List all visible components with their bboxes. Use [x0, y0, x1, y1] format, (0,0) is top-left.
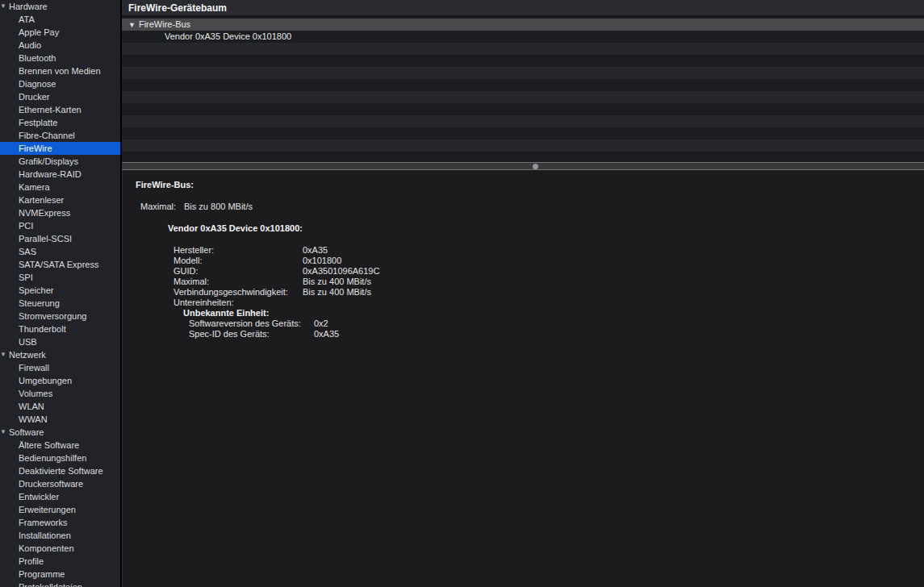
sidebar-item-deaktivierte-software[interactable]: Deaktivierte Software [0, 464, 120, 477]
sidebar-item-installationen[interactable]: Installationen [0, 529, 120, 542]
tree-empty-row [122, 103, 924, 115]
sidebar-item-steuerung[interactable]: Steuerung [0, 297, 120, 310]
sidebar-item-aeltere-software[interactable]: Ältere Software [0, 439, 120, 452]
detail-value: Bis zu 400 MBit/s [303, 277, 371, 287]
disclosure-triangle-icon[interactable]: ▼ [0, 0, 6, 13]
sidebar-item-ethernet-karten[interactable]: Ethernet-Karten [0, 103, 120, 116]
sidebar-item-thunderbolt[interactable]: Thunderbolt [0, 323, 120, 335]
detail-row: Untereinheiten: [174, 298, 379, 308]
detail-label: Softwareversion des Geräts: [189, 318, 314, 329]
disclosure-triangle-icon[interactable]: ▼ [0, 426, 6, 439]
detail-label: Modell: [174, 256, 303, 266]
sidebar-item-druckersoftware[interactable]: Druckersoftware [0, 477, 120, 490]
device-properties: Hersteller: 0xA35 Modell: 0x101800 GUID:… [174, 245, 379, 339]
sidebar-section-netzwerk[interactable]: ▼Netzwerk [0, 348, 120, 361]
sidebar-item-sas[interactable]: SAS [0, 245, 120, 258]
sidebar-item-usb[interactable]: USB [0, 335, 120, 348]
sidebar-item-profile[interactable]: Profile [0, 555, 120, 568]
sidebar-item-pci[interactable]: PCI [0, 219, 120, 232]
sidebar-item-frameworks[interactable]: Frameworks [0, 516, 120, 529]
category-sidebar: ▼Hardware ATA Apple Pay Audio Bluetooth … [0, 0, 122, 587]
detail-label: Verbindungsgeschwindigkeit: [174, 287, 303, 298]
sidebar-item-apple-pay[interactable]: Apple Pay [0, 26, 120, 39]
sidebar-item-kartenleser[interactable]: Kartenleser [0, 194, 120, 206]
sidebar-item-hardware-raid[interactable]: Hardware-RAID [0, 168, 120, 181]
sidebar-item-volumes[interactable]: Volumes [0, 387, 120, 400]
pane-splitter[interactable] [122, 162, 924, 170]
detail-value: Bis zu 400 MBit/s [303, 287, 371, 298]
sidebar-item-diagnose[interactable]: Diagnose [0, 77, 120, 90]
sidebar-item-bluetooth[interactable]: Bluetooth [0, 52, 120, 65]
sidebar-item-firewall[interactable]: Firewall [0, 361, 120, 374]
sidebar-section-label: Software [9, 427, 44, 437]
disclosure-triangle-icon[interactable]: ▼ [128, 21, 136, 29]
detail-label: Untereinheiten: [174, 298, 303, 308]
sidebar-item-parallel-scsi[interactable]: Parallel-SCSI [0, 232, 120, 245]
detail-row: GUID: 0xA3501096A619C [174, 266, 379, 277]
sidebar-item-wlan[interactable]: WLAN [0, 400, 120, 413]
tree-empty-row [122, 91, 924, 103]
sidebar-item-grafik-displays[interactable]: Grafik/Displays [0, 155, 120, 168]
sidebar-item-nvmexpress[interactable]: NVMExpress [0, 206, 120, 219]
tree-row-firewire-bus[interactable]: ▼FireWire-Bus [122, 19, 924, 31]
detail-label: Maximal: [174, 277, 303, 287]
tree-empty-row [122, 67, 924, 79]
disclosure-triangle-icon[interactable]: ▼ [0, 348, 6, 361]
splitter-handle-icon[interactable] [533, 164, 538, 169]
sidebar-item-komponenten[interactable]: Komponenten [0, 542, 120, 555]
sidebar-item-brennen-von-medien[interactable]: Brennen von Medien [0, 65, 120, 77]
detail-value: 0xA3501096A619C [303, 266, 379, 277]
sidebar-section-hardware[interactable]: ▼Hardware [0, 0, 120, 13]
sidebar-item-wwan[interactable]: WWAN [0, 413, 120, 426]
sidebar-item-spi[interactable]: SPI [0, 271, 120, 284]
tree-empty-row [122, 43, 924, 55]
sidebar-item-speicher[interactable]: Speicher [0, 284, 120, 297]
detail-row: Maximal: Bis zu 800 MBit/s [140, 202, 253, 211]
detail-label: Hersteller: [174, 245, 303, 256]
detail-pane: FireWire-Bus: Maximal: Bis zu 800 MBit/s… [122, 170, 924, 587]
detail-row: Spec-ID des Geräts: 0xA35 [189, 329, 379, 339]
sidebar-item-erweiterungen[interactable]: Erweiterungen [0, 503, 120, 516]
sidebar-item-firewire[interactable]: FireWire [0, 142, 120, 155]
sidebar-item-umgebungen[interactable]: Umgebungen [0, 374, 120, 387]
sidebar-item-programme[interactable]: Programme [0, 568, 120, 581]
tree-empty-row [122, 139, 924, 152]
detail-row: Verbindungsgeschwindigkeit: Bis zu 400 M… [174, 287, 379, 298]
sidebar-item-kamera[interactable]: Kamera [0, 181, 120, 194]
detail-row: Softwareversion des Geräts: 0x2 [189, 318, 379, 329]
sidebar-item-entwickler[interactable]: Entwickler [0, 490, 120, 503]
sidebar-item-ata[interactable]: ATA [0, 13, 120, 26]
detail-label: GUID: [174, 266, 303, 277]
sidebar-item-audio[interactable]: Audio [0, 39, 120, 52]
device-tree: ▼FireWire-Bus Vendor 0xA35 Device 0x1018… [122, 19, 924, 162]
sidebar-item-sata-sata-express[interactable]: SATA/SATA Express [0, 258, 120, 271]
detail-value: 0xA35 [303, 245, 328, 256]
sidebar-item-bedienungshilfen[interactable]: Bedienungshilfen [0, 452, 120, 464]
detail-value: 0xA35 [314, 329, 339, 339]
main-panel: FireWire-Gerätebaum ▼FireWire-Bus Vendor… [122, 0, 924, 587]
tree-empty-row [122, 127, 924, 139]
detail-value: 0x2 [314, 318, 328, 329]
tree-empty-row [122, 55, 924, 67]
device-heading: Vendor 0xA35 Device 0x101800: [168, 223, 303, 233]
tree-row-vendor-device[interactable]: Vendor 0xA35 Device 0x101800 [122, 31, 924, 43]
tree-empty-row [122, 152, 924, 161]
sidebar-item-festplatte[interactable]: Festplatte [0, 116, 120, 129]
detail-label: Maximal: [140, 202, 184, 211]
sidebar-item-fibre-channel[interactable]: Fibre-Channel [0, 129, 120, 142]
detail-value: 0x101800 [303, 256, 341, 266]
detail-value: Bis zu 800 MBit/s [184, 202, 253, 211]
sidebar-item-drucker[interactable]: Drucker [0, 90, 120, 103]
sidebar-section-software[interactable]: ▼Software [0, 426, 120, 439]
detail-row: Modell: 0x101800 [174, 256, 379, 266]
sidebar-item-protokolldateien[interactable]: Protokolldateien [0, 581, 120, 587]
detail-row: Hersteller: 0xA35 [174, 245, 379, 256]
tree-row-label: FireWire-Bus [139, 19, 190, 29]
sidebar-section-label: Hardware [9, 2, 48, 11]
device-tree-title: FireWire-Gerätebaum [122, 0, 924, 17]
sidebar-item-stromversorgung[interactable]: Stromversorgung [0, 310, 120, 323]
detail-label: Spec-ID des Geräts: [189, 329, 314, 339]
bus-heading: FireWire-Bus: [136, 180, 194, 189]
detail-row: Maximal: Bis zu 400 MBit/s [174, 277, 379, 287]
tree-empty-row [122, 79, 924, 91]
